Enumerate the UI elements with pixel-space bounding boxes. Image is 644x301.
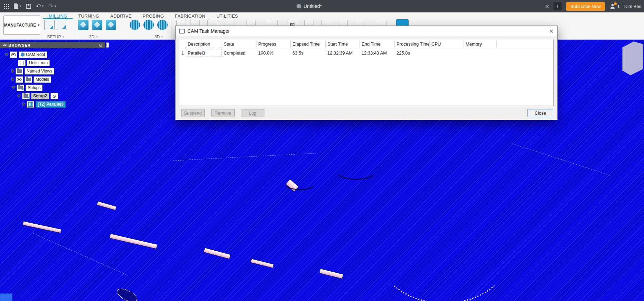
group-2d[interactable]: 2D ▾ bbox=[86, 35, 101, 39]
dialog-title: CAM Task Manager bbox=[187, 28, 547, 34]
close-button[interactable]: Close bbox=[528, 109, 553, 117]
expand-arrow-icon[interactable] bbox=[12, 87, 15, 89]
tree-item-models[interactable]: Models bbox=[12, 75, 105, 84]
tab-utilities[interactable]: UTILITIES bbox=[211, 12, 243, 19]
expand-arrow-icon[interactable] bbox=[12, 78, 14, 81]
notification-badge-dot bbox=[614, 2, 617, 5]
column-processing-time[interactable]: Processing Time bbox=[395, 40, 430, 48]
subscribe-now-button[interactable]: Subscribe Now bbox=[566, 2, 605, 11]
2d-adaptive-icon[interactable] bbox=[92, 20, 102, 30]
cam-root-icon bbox=[21, 52, 25, 57]
document-title: Untitled* bbox=[304, 3, 322, 9]
workspace-selector[interactable]: MANUFACTURE ▾ bbox=[3, 16, 40, 35]
document-close-button[interactable]: × bbox=[545, 3, 549, 10]
browser-panel-handle[interactable] bbox=[106, 42, 109, 48]
tab-milling[interactable]: MILLING bbox=[43, 12, 73, 19]
collapse-panel-icon[interactable]: ◀◀ bbox=[2, 43, 6, 47]
expand-arrow-icon[interactable] bbox=[17, 95, 21, 97]
3d-parallel-icon[interactable] bbox=[157, 20, 168, 30]
column-memory[interactable]: Memory bbox=[464, 40, 497, 48]
column-description[interactable]: Description bbox=[186, 40, 222, 48]
column-start-time[interactable]: Start Time bbox=[326, 40, 360, 48]
redo-button[interactable]: ↷ ▾ bbox=[48, 3, 56, 9]
column-state[interactable]: State bbox=[222, 40, 256, 48]
setup-sheet-icon[interactable] bbox=[57, 20, 67, 30]
suspend-button[interactable]: Suspend bbox=[181, 109, 205, 117]
tree-item-setup2[interactable]: Setup2 ⊙ bbox=[17, 92, 105, 100]
dialog-close-button[interactable]: × bbox=[549, 28, 553, 35]
visibility-toggle[interactable] bbox=[10, 51, 17, 58]
chevron-down-icon: ▾ bbox=[19, 4, 21, 8]
tab-additive[interactable]: ADDITIVE bbox=[105, 12, 137, 19]
tree-item-setups[interactable]: Setups bbox=[12, 84, 105, 92]
tree-item-cam-root[interactable]: CAM Root bbox=[5, 50, 105, 59]
undo-button[interactable]: ↶ ▾ bbox=[36, 3, 44, 9]
setups-folder-icon bbox=[18, 86, 23, 89]
tab-turning[interactable]: TURNING bbox=[73, 12, 105, 19]
save-button[interactable] bbox=[26, 4, 31, 9]
expand-arrow-icon[interactable] bbox=[23, 103, 25, 106]
toolpath-trace bbox=[512, 143, 610, 176]
toolpath-ridge bbox=[319, 269, 343, 279]
column-progress[interactable]: Progress bbox=[256, 40, 291, 48]
3d-contour-icon[interactable] bbox=[143, 20, 154, 30]
tree-item-label: Named Views bbox=[27, 69, 52, 74]
chevron-down-icon: ▾ bbox=[62, 35, 64, 39]
log-button[interactable]: Log bbox=[241, 109, 264, 117]
group-setup[interactable]: SETUP ▾ bbox=[44, 35, 67, 39]
column-cpu[interactable]: CPU bbox=[430, 40, 464, 48]
task-description-cell[interactable]: Parallel3 bbox=[186, 49, 222, 57]
column-end-time[interactable]: End Time bbox=[360, 40, 395, 48]
file-menu-button[interactable]: ▾ bbox=[14, 3, 21, 9]
2d-face-icon[interactable] bbox=[78, 20, 88, 30]
browser-header[interactable]: ◀◀ BROWSER ⊖ bbox=[0, 42, 105, 48]
expand-arrow-icon[interactable] bbox=[12, 69, 14, 73]
tree-label-setups[interactable]: Setups bbox=[26, 85, 43, 91]
task-elapsed-cell: 63.5s bbox=[291, 50, 326, 56]
app-grid-icon[interactable] bbox=[3, 3, 9, 9]
models-icon-box bbox=[25, 76, 32, 83]
tree-label-named-views[interactable]: Named Views bbox=[25, 68, 54, 75]
browser-title: BROWSER bbox=[8, 43, 96, 47]
toolpath-circle-edge bbox=[380, 212, 508, 301]
tree-label-models[interactable]: Models bbox=[34, 76, 51, 83]
new-document-tab-button[interactable]: + bbox=[553, 2, 562, 10]
titlebar-left-tools: ▾ ↶ ▾ ↷ ▾ bbox=[3, 0, 56, 12]
viewport-corner-widget bbox=[0, 293, 12, 301]
workspace-label: MANUFACTURE bbox=[4, 23, 36, 28]
group-3d[interactable]: 3D ▾ bbox=[151, 35, 166, 39]
tree-item-label: [T2] Parallel3 bbox=[38, 102, 64, 107]
tree-item-units[interactable]: Units: mm bbox=[18, 59, 105, 67]
user-name[interactable]: Dim Bes bbox=[624, 4, 641, 9]
visibility-toggle[interactable] bbox=[16, 76, 23, 83]
tree-item-parallel3[interactable]: [T2] Parallel3 bbox=[23, 100, 105, 108]
toolpath-arc bbox=[334, 158, 379, 180]
tree-label-units[interactable]: Units: mm bbox=[27, 60, 50, 66]
toolpath-ridge bbox=[22, 221, 62, 233]
active-setup-toggle[interactable]: ⊙ bbox=[50, 93, 58, 99]
column-elapsed-time[interactable]: Elapsed Time bbox=[291, 40, 326, 48]
task-manager-icon bbox=[179, 29, 185, 33]
task-progress-cell: 100.0% bbox=[256, 50, 291, 56]
2d-pocket-icon[interactable] bbox=[106, 20, 116, 30]
toolpath-pocket-blob bbox=[115, 286, 140, 301]
dialog-titlebar[interactable]: CAM Task Manager × bbox=[176, 26, 557, 36]
notification-count: 1 bbox=[617, 4, 620, 9]
expand-arrow-icon[interactable] bbox=[5, 54, 8, 56]
task-end-cell: 12:33:43 AM bbox=[360, 50, 395, 56]
browser-tree: CAM Root Units: mm Named Views bbox=[0, 48, 105, 108]
remove-button[interactable]: Remove bbox=[211, 109, 235, 117]
minimize-panel-icon[interactable]: ⊖ bbox=[99, 42, 103, 48]
tab-probing[interactable]: PROBING bbox=[137, 12, 169, 19]
tree-label-parallel3[interactable]: [T2] Parallel3 bbox=[36, 101, 66, 108]
task-row[interactable]: 1 Parallel3 Completed 100.0% 63.5s 12:32… bbox=[180, 48, 553, 58]
tree-label-setup2[interactable]: Setup2 bbox=[31, 93, 49, 99]
tree-label-cam-root[interactable]: CAM Root bbox=[19, 51, 47, 58]
new-setup-icon[interactable] bbox=[44, 20, 55, 30]
3d-adaptive-icon[interactable] bbox=[130, 20, 140, 30]
fusion-app-window: ▾ ↶ ▾ ↷ ▾ Untitled* × + Subscribe Now bbox=[0, 0, 644, 301]
tree-item-named-views[interactable]: Named Views bbox=[12, 67, 105, 75]
tab-fabrication[interactable]: FABRICATION bbox=[169, 12, 211, 19]
notifications-area[interactable]: 1 bbox=[609, 3, 620, 9]
document-tab[interactable]: Untitled* bbox=[297, 0, 322, 12]
